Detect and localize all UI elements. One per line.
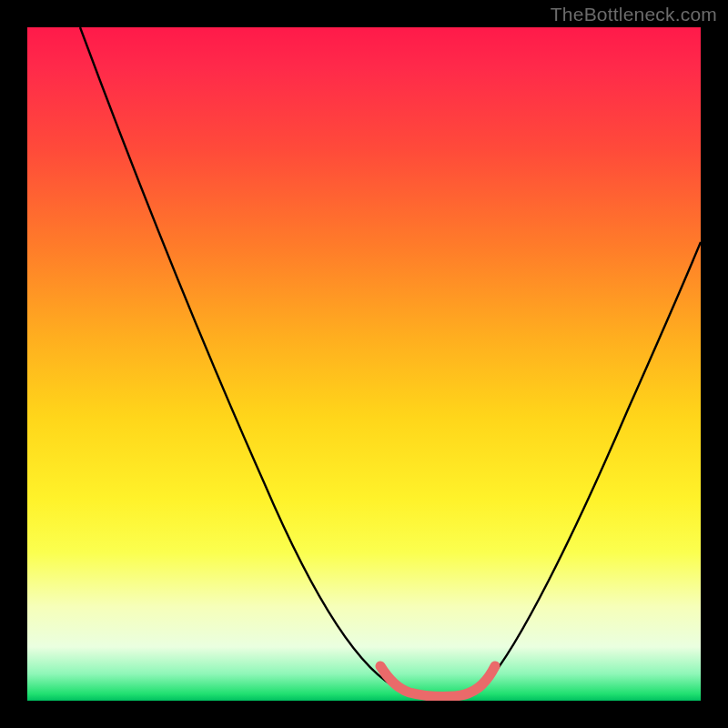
curve-path xyxy=(80,27,701,696)
bottleneck-curve xyxy=(27,27,701,701)
watermark-text: TheBottleneck.com xyxy=(551,4,717,25)
plot-area xyxy=(27,27,701,701)
chart-frame: TheBottleneck.com xyxy=(0,0,728,728)
valley-highlight xyxy=(380,666,495,696)
